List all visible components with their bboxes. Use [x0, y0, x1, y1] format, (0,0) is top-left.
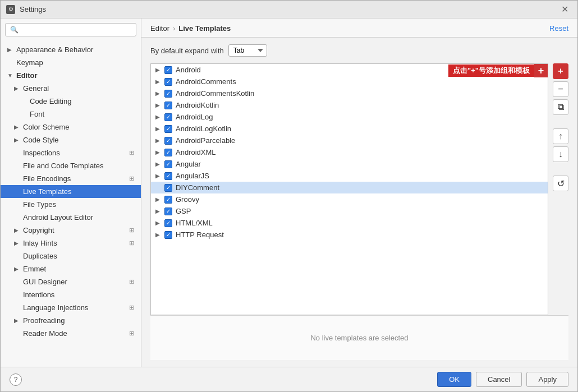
sidebar-item-code-style[interactable]: ▶ Code Style — [1, 133, 141, 146]
add-button[interactable]: + 1 Live Template 2 Template Group... — [553, 63, 568, 79]
template-row[interactable]: ▶ AndroidComments — [151, 76, 548, 87]
sidebar-item-intentions[interactable]: Intentions — [1, 288, 141, 301]
sidebar-item-duplicates[interactable]: Duplicates — [1, 250, 141, 262]
sidebar: 🔍 ▶ Appearance & Behavior Keymap ▼ Edito… — [1, 19, 141, 367]
settings-icon: ⊞ — [129, 227, 134, 234]
templates-area: 点击"+"号添加组和模板 + ▶ Android ▶ AndroidCommen… — [150, 63, 568, 315]
footer-buttons: OK Cancel Apply — [437, 372, 568, 387]
sidebar-item-language-injections[interactable]: Language Injections ⊞ — [1, 301, 141, 314]
sidebar-item-label: Color Scheme — [23, 123, 69, 131]
chevron-right-icon: ▶ — [7, 47, 14, 53]
template-checkbox[interactable] — [164, 102, 172, 109]
expand-row: By default expand with Tab Space Enter — [150, 44, 568, 57]
template-checkbox[interactable] — [164, 207, 172, 215]
template-row[interactable]: ▶ Groovy — [151, 193, 548, 205]
arrow-down-icon: ↓ — [558, 149, 563, 159]
sidebar-item-copyright[interactable]: ▶ Copyright ⊞ — [1, 224, 141, 237]
template-row[interactable]: ▶ AndroidCommentsKotlin — [151, 87, 548, 99]
chevron-icon: ▶ — [155, 114, 162, 120]
search-input[interactable] — [21, 26, 131, 34]
template-checkbox[interactable] — [164, 137, 172, 145]
template-name: AndroidKotlin — [176, 101, 543, 109]
sidebar-item-label: Duplicates — [23, 252, 57, 260]
move-down-button[interactable]: ↓ — [553, 146, 568, 162]
template-row[interactable]: ▶ GSP — [151, 205, 548, 217]
template-checkbox[interactable] — [164, 90, 172, 98]
sidebar-item-label: Android Layout Editor — [23, 213, 93, 222]
template-row[interactable]: ▶ AndroidLog — [151, 111, 548, 123]
template-checkbox[interactable] — [164, 125, 172, 133]
sidebar-item-keymap[interactable]: Keymap — [1, 56, 141, 69]
main-body: By default expand with Tab Space Enter 点… — [141, 38, 577, 367]
template-checkbox[interactable] — [164, 113, 172, 121]
template-row[interactable]: ▶ AndroidLogKotlin — [151, 123, 548, 135]
sidebar-item-file-encodings[interactable]: File Encodings ⊞ — [1, 172, 141, 185]
copy-button[interactable]: ⧉ — [553, 99, 568, 115]
template-row[interactable]: ▶ AndroidKotlin — [151, 99, 548, 111]
template-checkbox[interactable] — [164, 160, 172, 168]
sidebar-item-appearance[interactable]: ▶ Appearance & Behavior — [1, 43, 141, 56]
template-row[interactable]: ▶ AngularJS — [151, 170, 548, 182]
template-checkbox[interactable] — [164, 196, 172, 204]
sidebar-item-color-scheme[interactable]: ▶ Color Scheme — [1, 121, 141, 133]
breadcrumb-parent: Editor — [150, 24, 169, 33]
settings-icon: ⊞ — [129, 239, 134, 247]
template-checkbox[interactable] — [164, 78, 172, 86]
sidebar-item-inspections[interactable]: Inspections ⊞ — [1, 146, 141, 159]
search-icon: 🔍 — [10, 26, 19, 34]
sidebar-item-reader-mode[interactable]: Reader Mode ⊞ — [1, 327, 141, 340]
window-title: Settings — [20, 5, 558, 13]
expand-select[interactable]: Tab Space Enter — [228, 44, 267, 57]
template-row[interactable]: ▶ Android — [151, 64, 548, 76]
template-row[interactable]: ▶ AndroidXML — [151, 146, 548, 158]
template-row[interactable]: ▶ HTML/XML — [151, 217, 548, 229]
sidebar-item-gui-designer[interactable]: GUI Designer ⊞ — [1, 275, 141, 288]
ok-button[interactable]: OK — [437, 372, 471, 387]
apply-button[interactable]: Apply — [526, 372, 568, 387]
sidebar-item-code-editing[interactable]: Code Editing — [1, 95, 141, 108]
template-row[interactable]: ▶ Angular — [151, 158, 548, 170]
help-button[interactable]: ? — [10, 373, 22, 386]
chevron-right-icon: ▶ — [14, 124, 21, 130]
nav-tree: ▶ Appearance & Behavior Keymap ▼ Editor … — [1, 41, 141, 367]
chevron-icon: ▶ — [155, 79, 162, 85]
sidebar-item-label: File Encodings — [23, 174, 71, 183]
sidebar-item-label: Code Editing — [30, 97, 71, 105]
template-row[interactable]: DIYComment — [151, 182, 548, 193]
remove-button[interactable]: − — [553, 81, 568, 97]
template-checkbox[interactable] — [164, 219, 172, 227]
template-row[interactable]: ▶ HTTP Request — [151, 229, 548, 241]
template-checkbox[interactable] — [164, 149, 172, 156]
chevron-down-icon: ▼ — [7, 72, 14, 79]
restore-button[interactable]: ↺ — [553, 176, 568, 191]
search-box[interactable]: 🔍 — [5, 23, 136, 36]
sidebar-item-font[interactable]: Font — [1, 108, 141, 121]
sidebar-item-proofreading[interactable]: ▶ Proofreading — [1, 314, 141, 327]
template-checkbox[interactable] — [164, 231, 172, 239]
undo-icon: ↺ — [557, 178, 565, 189]
template-name: AngularJS — [176, 172, 543, 180]
sidebar-item-android-layout[interactable]: Android Layout Editor — [1, 211, 141, 224]
settings-icon: ⊞ — [129, 330, 134, 337]
sidebar-item-emmet[interactable]: ▶ Emmet — [1, 262, 141, 275]
cancel-button[interactable]: Cancel — [476, 372, 522, 387]
sidebar-item-live-templates[interactable]: Live Templates — [1, 185, 141, 198]
template-row[interactable]: ▶ AndroidParcelable — [151, 135, 548, 146]
template-checkbox[interactable] — [164, 184, 172, 192]
close-button[interactable]: ✕ — [558, 3, 572, 16]
sidebar-item-label: Appearance & Behavior — [16, 45, 93, 54]
sidebar-item-label: Inspections — [23, 149, 60, 157]
sidebar-item-editor[interactable]: ▼ Editor — [1, 69, 141, 82]
sidebar-item-general[interactable]: ▶ General — [1, 82, 141, 95]
move-up-button[interactable]: ↑ — [553, 128, 568, 144]
sidebar-item-label: Intentions — [23, 290, 54, 299]
template-checkbox[interactable] — [164, 172, 172, 180]
sidebar-item-inlay-hints[interactable]: ▶ Inlay Hints ⊞ — [1, 237, 141, 250]
sidebar-item-file-code-templates[interactable]: File and Code Templates — [1, 159, 141, 172]
chevron-icon: ▶ — [155, 208, 162, 214]
template-name: AndroidComments — [176, 77, 543, 86]
reset-button[interactable]: Reset — [549, 24, 568, 33]
chevron-icon: ▶ — [155, 232, 162, 238]
sidebar-item-file-types[interactable]: File Types — [1, 198, 141, 211]
template-checkbox[interactable] — [164, 66, 172, 74]
